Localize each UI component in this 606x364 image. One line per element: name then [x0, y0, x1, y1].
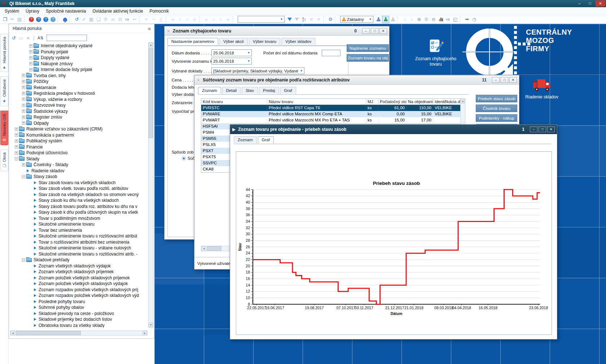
scroll-up-icon[interactable]: ▲	[461, 99, 465, 103]
menu-item[interactable]: Pomocník	[146, 8, 172, 14]
expand-icon[interactable]: +	[29, 50, 32, 53]
print-preview-icon[interactable]: ◱	[452, 16, 459, 23]
tree-item[interactable]: +Komunikácia s partnermi	[10, 132, 148, 138]
tab-v-ber-akci-[interactable]: Výber akcií	[219, 38, 248, 45]
filter-combobox[interactable]: ▼	[238, 16, 285, 23]
edit-doc-icon[interactable]: ▯	[157, 16, 164, 23]
filter-clear-icon[interactable]	[293, 16, 300, 23]
minimize-button[interactable]: –	[362, 28, 370, 34]
minimize-button[interactable]: –	[492, 77, 500, 83]
tree-item[interactable]: Stav zásob na všetkých skladoch so strom…	[10, 192, 148, 198]
expand-icon[interactable]: +	[15, 145, 18, 148]
tree-item[interactable]: +Interné objednávky vydané	[10, 43, 148, 49]
replace-icon[interactable]: ab	[109, 16, 117, 23]
expand-icon[interactable]: +	[22, 121, 25, 125]
tree-item[interactable]: +Financie	[10, 144, 148, 150]
export-icon[interactable]: ➥	[464, 16, 471, 23]
history-forward-icon[interactable]: ›	[408, 16, 416, 23]
rec-prev-icon[interactable]: ‹	[210, 16, 217, 23]
menu-item[interactable]: Ovládanie aktívnej funkcie	[89, 8, 146, 14]
nav-prev-icon[interactable]: ‹	[176, 16, 184, 23]
nav-next-icon[interactable]: ›	[184, 16, 191, 23]
sidebar-tab-okn-[interactable]: Okná❐	[0, 150, 8, 171]
tree-item[interactable]: Zoznam položiek všetkých skladových výda…	[10, 281, 148, 287]
minimize-button[interactable]: –	[530, 126, 537, 132]
tree-item[interactable]: +Tvorba cien, trhy	[10, 73, 148, 79]
scroll-right-icon[interactable]: ►	[142, 331, 147, 335]
user-edit-icon[interactable]	[382, 16, 389, 23]
user-help-icon[interactable]: ?	[50, 17, 56, 22]
tree-item[interactable]: +Registrácia predajov v hotovosti	[10, 90, 148, 97]
column-header[interactable]: Názov tovaru	[267, 99, 366, 105]
tree-item[interactable]: +Pôžičky	[10, 79, 148, 85]
tree-item[interactable]: Zoznam položiek všetkých skladových príj…	[10, 275, 148, 281]
scroll-down-icon[interactable]: ▼	[149, 323, 153, 327]
expand-icon[interactable]: +	[22, 92, 25, 95]
tree-item[interactable]: Stavy zásob ku dňu na všetkých skladoch	[10, 197, 148, 204]
maximize-button[interactable]: □	[585, 0, 595, 6]
paste-icon[interactable]: ▤	[16, 16, 23, 23]
column-header[interactable]: MJ	[366, 99, 378, 105]
collapse-icon[interactable]: −	[22, 175, 25, 178]
scroll-thumb[interactable]	[207, 246, 221, 251]
collapse-icon[interactable]: −	[22, 258, 25, 262]
tree-item[interactable]: Stavy zásob k dňu podľa účtovných skupín…	[10, 209, 148, 216]
tab-zoznam[interactable]: Zoznam	[198, 87, 221, 94]
zoom-out-icon[interactable]: ⊖	[430, 16, 437, 23]
expand-icon[interactable]: +	[22, 80, 25, 83]
form-help-icon[interactable]: ?	[36, 17, 41, 22]
tree-item[interactable]: +Reklamácie	[10, 85, 148, 91]
tree-item[interactable]: Skutočné umiestnenie tovaru - vrátane nu…	[10, 245, 148, 251]
close-button[interactable]: ✕	[379, 28, 387, 34]
tree-item[interactable]: +Nákupné zmluvy	[10, 61, 148, 67]
pin-icon[interactable]: ◉	[148, 26, 151, 31]
expand-icon[interactable]: +	[29, 56, 32, 59]
maximize-button[interactable]: □	[371, 28, 378, 34]
sort-clear-icon[interactable]: ≡	[315, 16, 322, 23]
tab-zoznam[interactable]: Zoznam	[234, 136, 257, 143]
tree-item[interactable]: +Ponuky prijaté	[10, 49, 148, 55]
print-icon[interactable]: ⊟	[117, 16, 124, 23]
export-db-icon[interactable]: ⇨	[124, 16, 131, 23]
window-priebeh-stavu-zasob[interactable]: ▶ Zoznam tovaru pre objednanie - priebeh…	[230, 124, 557, 339]
confirm-icon[interactable]: ✔	[80, 16, 88, 23]
button-naplnenie-zoznamu[interactable]: Naplnenie zoznamu	[347, 44, 389, 52]
sort-az-icon[interactable]: A⇅	[38, 36, 44, 40]
column-header[interactable]: Identifikácia d...	[433, 99, 461, 105]
tab-v-ber-tovaru[interactable]: Výber tovaru	[249, 38, 280, 45]
copy-icon[interactable]: ❐	[1, 16, 9, 23]
expand-icon[interactable]: +	[22, 86, 25, 89]
tree-hscrollbar[interactable]: ◄ ►	[10, 330, 148, 336]
scroll-thumb[interactable]	[16, 331, 81, 335]
catalog-icon[interactable]: ▦	[88, 16, 95, 23]
favorite-star-icon[interactable]: ★	[26, 35, 30, 41]
scroll-left-icon[interactable]: ◄	[10, 331, 15, 335]
tree-item[interactable]: +Štatistické výkazy	[10, 108, 148, 115]
tree-item[interactable]: +Rozvozové trasy	[10, 102, 148, 108]
vybrane-doklady-combobox[interactable]: [Skladové príjemky, Skladové výdajky, Vy…	[211, 67, 304, 74]
close-button[interactable]: ✕	[509, 77, 517, 83]
table-row[interactable]: PVRSTCPřední vidlice RST Capa T6ks61,001…	[201, 105, 461, 111]
tree-item[interactable]: Stavy zásob tovaru podľa roz. atribútov …	[10, 204, 148, 210]
nav-first-icon[interactable]: «	[169, 16, 176, 23]
tree-item[interactable]: Obratovka tovaru za všetky sklady	[10, 323, 148, 328]
window2-titlebar[interactable]: ➤ Súčtovaný zoznam tovaru pre objednanie…	[194, 75, 519, 85]
scroll-left-icon[interactable]: ◄	[201, 246, 206, 251]
expand-icon[interactable]: +	[22, 163, 25, 167]
tab-stav[interactable]: Stav	[242, 87, 258, 94]
tree-item[interactable]: Skladové prevody na ceste - položkovo	[10, 311, 148, 317]
minimize-button[interactable]: –	[575, 0, 584, 6]
sort-az-icon[interactable]: AZ↕	[300, 16, 308, 23]
screen-icon[interactable]: ▭	[19, 35, 23, 41]
tree-vscrollbar[interactable]: ▲ ▼	[148, 42, 153, 328]
tree-item[interactable]: −Skladové prehľady	[10, 257, 148, 263]
tree-item[interactable]: Skutočné umiestnenie tovaru s rozlišovac…	[10, 251, 148, 257]
undo-icon[interactable]: ↩	[131, 16, 138, 23]
collapse-icon[interactable]: −	[15, 157, 18, 160]
pocet-dni-input[interactable]	[322, 50, 341, 56]
table-row[interactable]: PVMAREPřední vidlice Marzocchi MX Comp E…	[201, 111, 461, 117]
expand-icon[interactable]: +	[29, 62, 32, 65]
column-header[interactable]: Na objednanie	[407, 99, 433, 105]
menu-search-input[interactable]	[47, 35, 87, 41]
sort-icon[interactable]: ≡	[308, 16, 315, 23]
